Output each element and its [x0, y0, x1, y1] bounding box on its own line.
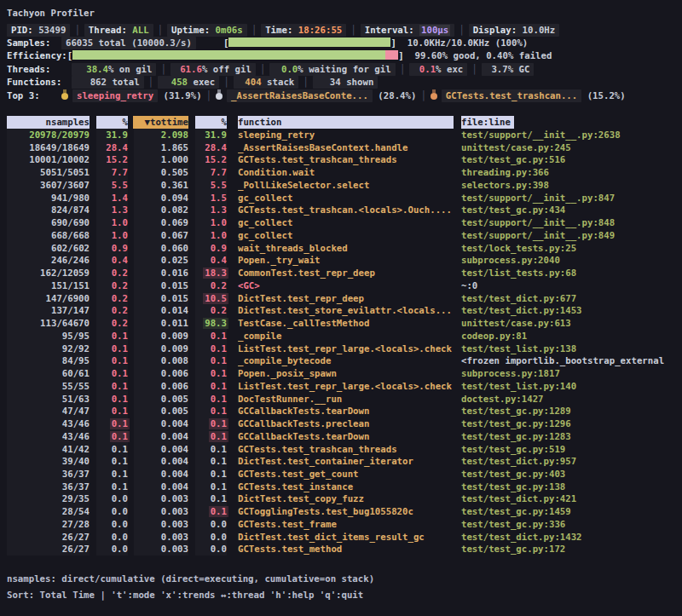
interval-label: Interval:	[365, 25, 414, 36]
cell-function: Popen._try_wait	[238, 254, 454, 267]
thread-stat-value: 38.4	[76, 63, 108, 76]
cell-tottime-text: 0.016	[161, 268, 188, 279]
cell-fileline: test/support/__init__.py:848	[461, 216, 615, 229]
cell-tottime: 0.505	[128, 166, 188, 179]
cell-fileline-text: test/test_dict.py:1432	[461, 532, 582, 543]
cell-cum-pct: 28.4	[188, 141, 227, 154]
cell-direct-pct: 31.9	[90, 129, 128, 141]
cell-tottime: 0.003	[128, 492, 188, 505]
cell-cum-pct-text: 0.1	[209, 343, 228, 354]
functions-label: Functions:	[7, 76, 72, 89]
cell-cum-pct-text: 0.1	[209, 406, 228, 417]
table-row: 26/270.00.0030.0GCTests.test_methodtest/…	[7, 543, 565, 556]
cell-tottime-text: 0.004	[161, 481, 188, 492]
cell-nsamples: 36/37	[7, 481, 90, 493]
cell-function: DictTest.test_repr_deep	[238, 292, 454, 305]
cell-fileline: <frozen importlib._bootstrap_external	[461, 354, 664, 367]
cell-fileline: unittest/case.py:613	[461, 317, 571, 330]
samples-total: 66035 total (10000.3/s)	[61, 37, 196, 49]
cell-function: sleeping_retry	[238, 129, 454, 141]
cell-cum-pct: 0.1	[188, 343, 227, 355]
footer-help-line1: nsamples: direct/cumulative (direct=exec…	[7, 573, 374, 585]
cell-direct-pct: 0.2	[90, 267, 128, 279]
cell-function: GCTests.test_method	[238, 543, 454, 556]
cell-function-text: GCTests.test_get_count	[238, 469, 359, 480]
cell-tottime: 0.005	[128, 405, 188, 417]
cell-function-text: DictTest.test_repr_deep	[238, 293, 364, 304]
cell-fileline-text: ~:0	[461, 280, 477, 291]
cell-direct-pct-text: 0.2	[110, 305, 130, 316]
function-stat: 458 exec	[158, 76, 219, 89]
table-row: 36/370.10.0040.1GCTests.test_instancetes…	[7, 481, 565, 493]
cell-fileline-text: test/list_tests.py:68	[461, 268, 576, 279]
cell-fileline: doctest.py:1427	[461, 393, 544, 406]
cell-fileline-text: doctest.py:1427	[461, 394, 544, 405]
column-header-[interactable]: %	[188, 116, 227, 129]
thread-stat-suffix: % on gil	[108, 64, 152, 75]
cell-direct-pct: 0.2	[90, 317, 128, 330]
top3-function-name[interactable]: GCTests.test_trashcan...	[442, 89, 581, 102]
cell-function-text: Popen._posix_spawn	[238, 368, 337, 379]
cell-direct-pct: 0.4	[90, 254, 128, 267]
column-header-tottime[interactable]: ▼tottime	[128, 116, 188, 129]
table-row: 95/950.10.0090.1_compilecodeop.py:81	[7, 330, 527, 343]
thread-stat-value: 0.1	[413, 63, 436, 76]
thread-field[interactable]: Thread: ALL	[84, 24, 153, 37]
cell-direct-pct: 0.2	[90, 279, 128, 292]
table-row: 55/550.10.0060.1ListTest.test_repr_large…	[7, 380, 576, 393]
cell-fileline: test/test_dict.py:1453	[461, 304, 582, 317]
column-header-text: ▼tottime	[133, 116, 188, 129]
top3-function-name[interactable]: _AssertRaisesBaseConte...	[227, 89, 373, 102]
column-header-[interactable]: %	[90, 116, 128, 129]
cell-cum-pct: 0.1	[188, 405, 227, 417]
thread-stat-value: 0.0	[274, 63, 298, 76]
cell-cum-pct: 0.1	[188, 354, 227, 367]
cell-fileline-text: test/test_gc.py:1283	[461, 431, 571, 442]
column-header-nsamples[interactable]: nsamples	[7, 116, 90, 129]
table-row: 84/950.10.0080.1_compile_bytecode<frozen…	[7, 354, 664, 367]
cell-cum-pct: 1.0	[188, 216, 227, 229]
cell-direct-pct: 0.1	[90, 481, 128, 493]
cell-cum-pct-text: 0.1	[209, 431, 228, 442]
divider: │	[223, 77, 228, 88]
cell-tottime-text: 0.094	[161, 193, 188, 204]
cell-cum-pct-text: 1.0	[209, 217, 228, 228]
cell-direct-pct: 0.1	[90, 443, 128, 456]
cell-cum-pct-text: 1.3	[209, 204, 228, 216]
cell-cum-pct: 0.9	[188, 242, 227, 255]
cell-nsamples: 3607/3607	[7, 179, 90, 192]
cell-tottime: 0.006	[128, 367, 188, 380]
cell-tottime: 0.011	[128, 317, 188, 330]
cell-function: GCCallbackTests.tearDown	[238, 405, 454, 417]
gold-medal-icon	[61, 93, 68, 100]
cell-cum-pct: 0.1	[188, 492, 227, 505]
cell-cum-pct: 5.5	[188, 179, 227, 192]
column-header-function[interactable]: function	[238, 116, 454, 129]
divider: │	[74, 25, 79, 36]
cell-direct-pct: 15.2	[90, 153, 128, 166]
top3-function-name[interactable]: sleeping_retry	[72, 89, 158, 102]
cell-nsamples-text: 941/980	[51, 193, 90, 204]
table-row: 51/630.10.0050.1DocTestRunner.__rundocte…	[7, 393, 544, 406]
footer-help-line2: Sort: Total Time | 't':mode 'x':trends ↔…	[7, 589, 363, 602]
table-row: 113/646700.20.01198.3TestCase._callTestM…	[7, 317, 571, 330]
cell-nsamples-text: 10001/10002	[29, 154, 90, 165]
cell-cum-pct: 0.1	[188, 505, 227, 518]
cell-nsamples-text: 27/28	[62, 519, 90, 530]
cell-function-text: DictTest.test_store_evilattr.<locals...	[238, 305, 452, 316]
column-header-fileline[interactable]: file:line	[461, 116, 514, 129]
table-row: 28/540.00.0030.1GCTogglingTests.test_bug…	[7, 505, 571, 518]
cell-fileline-text: unittest/case.py:245	[461, 142, 571, 153]
cell-fileline-text: test/test_gc.py:403	[461, 469, 565, 480]
cell-cum-pct-text: 0.1	[209, 368, 228, 379]
cell-tottime-text: 0.067	[161, 230, 188, 241]
status-bar: PID: 53499│Thread: ALL│Uptime: 0m06s│Tim…	[7, 24, 559, 37]
efficiency-row: Efficiency:[] 99.60% good, 0.40% failed	[7, 49, 552, 62]
table-row: 5051/50517.70.5057.7Condition.waitthread…	[7, 166, 549, 179]
column-header-text: %	[195, 116, 227, 129]
cell-fileline: test/test_gc.py:519	[461, 443, 565, 456]
cell-tottime-text: 0.009	[161, 343, 188, 354]
cell-function-text: wait_threads_blocked	[238, 243, 348, 254]
cell-fileline: codeop.py:81	[461, 330, 527, 343]
cell-direct-pct-text: 1.4	[110, 193, 130, 204]
